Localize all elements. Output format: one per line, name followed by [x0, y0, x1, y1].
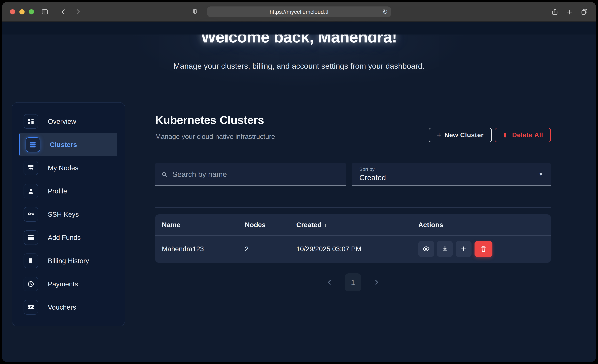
- column-header-created[interactable]: Created↕: [296, 221, 418, 229]
- browser-window: https://myceliumcloud.tf ↻ + Welcome bac…: [2, 2, 596, 362]
- minimize-window-button[interactable]: [19, 9, 25, 14]
- server-stack-icon: [25, 137, 40, 152]
- credit-card-icon: [24, 230, 38, 245]
- sort-updown-icon: ↕: [324, 222, 327, 228]
- sidebar-item-my-nodes[interactable]: My Nodes: [19, 156, 117, 180]
- key-icon: [24, 207, 38, 222]
- pagination: 1: [155, 273, 551, 291]
- close-window-button[interactable]: [10, 9, 15, 14]
- sidebar-item-label: SSH Keys: [48, 211, 79, 218]
- sidebar-item-payments[interactable]: Payments: [19, 273, 117, 296]
- page-top-band: [2, 22, 596, 34]
- column-header-nodes: Nodes: [245, 221, 296, 229]
- tab-overview-icon[interactable]: [578, 2, 591, 22]
- forward-button[interactable]: [71, 2, 85, 22]
- row-actions: [418, 241, 544, 257]
- sidebar-item-label: Profile: [48, 187, 67, 195]
- cell-created-date: 10/29/2025 03:07 PM: [296, 245, 418, 253]
- plus-icon: [460, 245, 467, 253]
- page-number[interactable]: 1: [345, 273, 361, 291]
- clusters-table: Name Nodes Created↕ Actions Mahendra123 …: [155, 214, 551, 263]
- delete-all-button[interactable]: Delete All: [495, 128, 551, 142]
- traffic-lights: [10, 9, 34, 14]
- zoom-window-button[interactable]: [29, 9, 34, 14]
- page-subtitle: Manage your cloud-native infrastructure: [155, 133, 275, 141]
- url-bar[interactable]: https://myceliumcloud.tf ↻: [207, 7, 391, 17]
- dashboard-page: Welcome back, Mahendra! Manage your clus…: [2, 22, 596, 362]
- view-cluster-button[interactable]: [418, 241, 434, 257]
- url-text: https://myceliumcloud.tf: [207, 9, 379, 15]
- clock-icon: [24, 277, 38, 291]
- sidebar-item-label: Payments: [48, 280, 78, 288]
- trash-icon: [480, 245, 487, 253]
- sort-value: Created: [359, 173, 538, 182]
- table-header-row: Name Nodes Created↕ Actions: [155, 214, 551, 236]
- sidebar-item-billing-history[interactable]: Billing History: [19, 249, 117, 273]
- share-icon[interactable]: [548, 2, 562, 22]
- sort-label: Sort by: [359, 166, 538, 172]
- reload-icon[interactable]: ↻: [379, 8, 391, 16]
- sidebar-item-label: Billing History: [48, 257, 89, 265]
- plus-icon: +: [437, 131, 441, 140]
- sidebar-item-vouchers[interactable]: Vouchers: [19, 296, 117, 319]
- next-page-button[interactable]: [373, 279, 380, 286]
- receipt-icon: [24, 254, 38, 268]
- new-cluster-button[interactable]: + New Cluster: [429, 128, 492, 142]
- sidebar-item-profile[interactable]: Profile: [19, 180, 117, 203]
- user-icon: [24, 184, 38, 199]
- cell-cluster-name: Mahendra123: [162, 245, 245, 253]
- browser-chrome: https://myceliumcloud.tf ↻ +: [2, 2, 596, 22]
- sidebar-item-label: Vouchers: [48, 303, 76, 311]
- search-field: [155, 163, 346, 186]
- sidebar-item-label: My Nodes: [48, 164, 78, 172]
- sort-select[interactable]: Sort by Created ▼: [352, 163, 551, 186]
- sidebar-item-clusters[interactable]: Clusters: [19, 133, 117, 156]
- previous-page-button[interactable]: [326, 279, 333, 286]
- chevron-right-icon: [373, 279, 380, 286]
- eye-icon: [422, 245, 430, 253]
- section-divider: [155, 207, 551, 208]
- search-input[interactable]: [173, 170, 340, 179]
- sidebar-item-add-funds[interactable]: Add Funds: [19, 226, 117, 249]
- sidebar-item-overview[interactable]: Overview: [19, 110, 117, 133]
- new-tab-button[interactable]: +: [563, 2, 576, 22]
- download-icon: [441, 245, 449, 253]
- ticket-icon: [24, 300, 38, 314]
- sidebar-item-label: Clusters: [50, 141, 77, 149]
- delete-cluster-button[interactable]: [474, 241, 492, 257]
- column-header-actions: Actions: [418, 221, 544, 229]
- plus-icon: +: [567, 6, 572, 17]
- nodes-icon: [24, 161, 38, 175]
- chevron-left-icon: [326, 279, 333, 286]
- column-header-name: Name: [162, 221, 245, 229]
- cell-node-count: 2: [245, 245, 296, 253]
- sidebar-item-ssh-keys[interactable]: SSH Keys: [19, 203, 117, 226]
- sidebar-item-label: Add Funds: [48, 234, 81, 241]
- welcome-subtitle: Manage your clusters, billing, and accou…: [2, 61, 596, 71]
- search-icon: [161, 171, 168, 178]
- grid-icon: [24, 114, 38, 129]
- sidebar-nav: Overview Clusters: [12, 102, 125, 326]
- back-button[interactable]: [57, 2, 70, 22]
- sidebar-item-label: Overview: [48, 118, 76, 125]
- sidebar-toggle-icon[interactable]: [38, 2, 51, 22]
- table-row: Mahendra123 2 10/29/2025 03:07 PM: [155, 236, 551, 262]
- download-kubeconfig-button[interactable]: [437, 241, 453, 257]
- caret-down-icon: ▼: [538, 172, 543, 177]
- add-node-button[interactable]: [456, 241, 472, 257]
- privacy-shield-icon[interactable]: [188, 2, 201, 22]
- page-title: Kubernetes Clusters: [155, 114, 264, 126]
